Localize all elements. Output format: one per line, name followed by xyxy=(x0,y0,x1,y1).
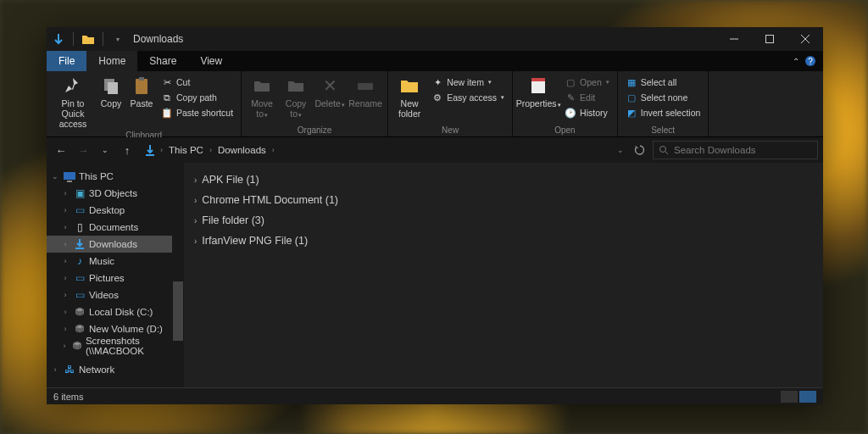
open-button[interactable]: ▢Open▾ xyxy=(561,75,613,90)
paste-shortcut-button[interactable]: 📋Paste shortcut xyxy=(158,105,236,120)
tree-item-downloads[interactable]: ›Downloads xyxy=(47,236,184,253)
tree-item[interactable]: ›▭Desktop xyxy=(47,202,184,219)
edit-button[interactable]: ✎Edit xyxy=(561,90,613,105)
easy-access-button[interactable]: ⚙Easy access▾ xyxy=(428,90,508,105)
group-header[interactable]: ›IrfanView PNG File (1) xyxy=(194,231,813,251)
up-button[interactable]: ↑ xyxy=(118,141,136,159)
tree-this-pc[interactable]: ⌄ This PC xyxy=(47,168,184,185)
breadcrumb-segment[interactable]: This PC xyxy=(166,145,206,155)
maximize-button[interactable] xyxy=(752,27,787,51)
copy-path-icon: ⧉ xyxy=(161,92,173,103)
breadcrumb-segment[interactable]: Downloads xyxy=(215,145,269,155)
select-none-button[interactable]: ▢Select none xyxy=(622,90,704,105)
search-icon xyxy=(659,145,669,155)
menu-view[interactable]: View xyxy=(188,51,234,71)
chevron-right-icon[interactable]: › xyxy=(60,325,70,333)
close-button[interactable] xyxy=(787,27,823,51)
icons-view-button[interactable] xyxy=(799,391,816,403)
chevron-right-icon[interactable]: › xyxy=(60,274,70,282)
tree-network[interactable]: ›🖧Network xyxy=(47,361,184,378)
menu-file[interactable]: File xyxy=(47,51,86,71)
invert-selection-button[interactable]: ◩Invert selection xyxy=(622,105,704,120)
navigation-pane: ⌄ This PC ›▣3D Objects ›▭Desktop ›▯Docum… xyxy=(47,163,184,387)
move-to-button[interactable]: Move to▾ xyxy=(246,74,278,122)
chevron-right-icon[interactable]: › xyxy=(60,342,69,350)
chevron-down-icon[interactable]: ⌄ xyxy=(50,172,60,181)
minimize-button[interactable] xyxy=(716,27,752,51)
svg-rect-8 xyxy=(136,79,147,94)
chevron-right-icon[interactable]: › xyxy=(60,308,70,316)
rename-icon xyxy=(355,75,376,96)
ribbon: Pin to Quick access Copy Paste ✂Cut ⧉Cop… xyxy=(47,71,823,137)
path-dropdown-icon[interactable]: ⌄ xyxy=(617,146,624,154)
refresh-button[interactable] xyxy=(631,141,649,159)
folder-icon xyxy=(81,32,95,46)
copy-button[interactable]: Copy xyxy=(97,74,125,110)
disk-icon: ⛃ xyxy=(73,305,86,319)
forward-button[interactable]: → xyxy=(74,141,92,159)
copy-path-button[interactable]: ⧉Copy path xyxy=(158,90,236,105)
paste-icon xyxy=(131,75,152,96)
select-all-button[interactable]: ▦Select all xyxy=(622,75,704,90)
chevron-right-icon[interactable]: › xyxy=(60,223,70,231)
copy-icon xyxy=(101,75,121,96)
group-header[interactable]: ›File folder (3) xyxy=(194,210,813,231)
chevron-right-icon[interactable]: › xyxy=(50,365,60,374)
tree-item[interactable]: ›⛃Local Disk (C:) xyxy=(47,303,184,320)
history-button[interactable]: 🕑History xyxy=(561,105,613,120)
group-header[interactable]: ›APK File (1) xyxy=(194,170,813,190)
chevron-right-icon[interactable]: › xyxy=(194,216,197,225)
chevron-right-icon[interactable]: › xyxy=(194,236,197,246)
sidebar-scrollbar[interactable] xyxy=(172,163,184,387)
tree-item[interactable]: ›⛃Screenshots (\\MACBOOK xyxy=(47,337,184,354)
qat-dropdown-icon[interactable]: ▾ xyxy=(111,32,125,46)
details-view-button[interactable] xyxy=(781,391,798,403)
cut-button[interactable]: ✂Cut xyxy=(158,75,236,90)
tree-item[interactable]: ›▭Videos xyxy=(47,287,184,303)
menu-home[interactable]: Home xyxy=(86,51,137,71)
paste-shortcut-icon: 📋 xyxy=(161,107,173,119)
new-folder-button[interactable]: New folder xyxy=(392,74,426,120)
collapse-ribbon-icon[interactable]: ⌃ xyxy=(793,57,799,66)
network-disk-icon: ⛃ xyxy=(71,339,83,353)
videos-icon: ▭ xyxy=(73,288,86,302)
back-button[interactable]: ← xyxy=(52,141,70,159)
svg-rect-16 xyxy=(64,172,75,180)
delete-button[interactable]: ✕ Delete▾ xyxy=(314,74,346,112)
copy-to-icon xyxy=(286,75,306,96)
rename-button[interactable]: Rename xyxy=(348,74,383,110)
chevron-right-icon[interactable]: › xyxy=(194,175,197,185)
chevron-right-icon[interactable]: › xyxy=(60,240,70,248)
menu-share[interactable]: Share xyxy=(137,51,188,71)
tree-item[interactable]: ›⛃New Volume (D:) xyxy=(47,320,184,337)
chevron-right-icon[interactable]: › xyxy=(60,257,70,265)
help-icon[interactable]: ? xyxy=(804,55,816,67)
svg-text:?: ? xyxy=(808,57,813,66)
svg-point-14 xyxy=(660,147,666,153)
tree-item[interactable]: ›▣3D Objects xyxy=(47,185,184,202)
titlebar: ▾ Downloads xyxy=(47,27,823,51)
chevron-right-icon[interactable]: › xyxy=(60,189,70,198)
paste-button[interactable]: Paste xyxy=(127,74,156,110)
new-item-icon: ✦ xyxy=(431,76,443,88)
svg-line-15 xyxy=(665,152,668,154)
properties-button[interactable]: Properties▾ xyxy=(517,74,559,112)
tree-item[interactable]: ›♪Music xyxy=(47,253,184,270)
chevron-right-icon[interactable]: › xyxy=(194,196,197,205)
pin-icon xyxy=(63,75,83,96)
ribbon-group-label: Select xyxy=(622,125,704,136)
group-header[interactable]: ›Chrome HTML Document (1) xyxy=(194,190,813,210)
search-input[interactable]: Search Downloads xyxy=(653,141,818,159)
new-item-button[interactable]: ✦New item▾ xyxy=(428,75,508,90)
disk-icon: ⛃ xyxy=(73,322,86,336)
pin-quick-access-button[interactable]: Pin to Quick access xyxy=(51,74,95,131)
breadcrumb[interactable]: › This PC › Downloads › ⌄ xyxy=(140,141,627,159)
svg-rect-9 xyxy=(139,77,144,81)
tree-item[interactable]: ›▯Documents xyxy=(47,219,184,236)
tree-item[interactable]: ›▭Pictures xyxy=(47,270,184,287)
chevron-right-icon[interactable]: › xyxy=(60,206,70,214)
recent-dropdown[interactable]: ⌄ xyxy=(96,141,114,159)
chevron-right-icon[interactable]: › xyxy=(60,291,70,299)
copy-to-button[interactable]: Copy to▾ xyxy=(280,74,312,122)
ribbon-group-label: Organize xyxy=(246,125,383,136)
